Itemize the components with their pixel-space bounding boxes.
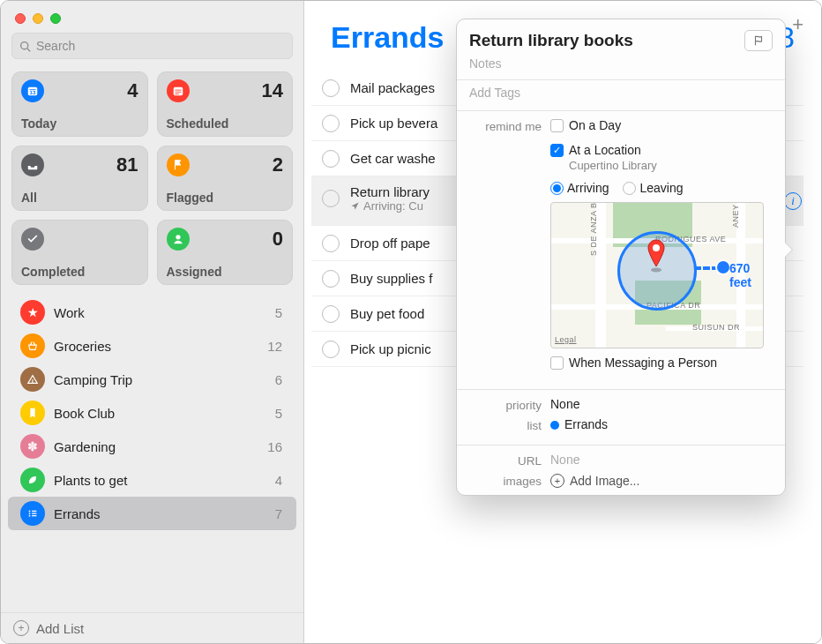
list-name: Camping Trip [54, 372, 266, 387]
smart-count: 14 [262, 79, 283, 102]
sidebar-list-camping[interactable]: Camping Trip 6 [8, 363, 296, 396]
search-icon [19, 41, 31, 52]
add-list-label: Add List [36, 621, 84, 636]
close-window[interactable] [15, 13, 26, 24]
star-icon: ★ [20, 300, 45, 325]
smart-completed[interactable]: Completed [11, 220, 148, 285]
minimize-window[interactable] [33, 13, 43, 24]
complete-radio[interactable] [322, 235, 340, 252]
bookmark-icon [20, 401, 45, 425]
basket-icon [20, 333, 45, 358]
popover-tail [784, 242, 792, 258]
when-messaging-checkbox[interactable]: When Messaging a Person [550, 356, 773, 370]
smart-label: Flagged [167, 191, 284, 205]
svg-point-10 [176, 235, 180, 239]
smart-all[interactable]: 81 All [11, 146, 148, 211]
list-name: Gardening [54, 439, 258, 454]
list-count: 5 [275, 406, 282, 421]
info-button[interactable]: i [784, 192, 802, 210]
smart-list-grid: 13 4 Today 14 Scheduled 81 All [1, 66, 303, 285]
tray-icon [21, 154, 44, 176]
geofence-distance: 670 feet [729, 261, 763, 289]
svg-text:13: 13 [30, 89, 36, 95]
map-pin-icon [645, 238, 668, 276]
list-name: Book Club [54, 406, 266, 421]
leaving-radio[interactable]: Leaving [623, 181, 683, 195]
zoom-window[interactable] [50, 13, 61, 24]
complete-radio[interactable] [322, 305, 340, 323]
search-container: Search [1, 33, 303, 66]
sidebar-list-work[interactable]: ★ Work 5 [8, 296, 296, 329]
smart-count: 4 [127, 79, 138, 102]
tent-icon [20, 367, 45, 392]
svg-point-0 [21, 41, 28, 49]
svg-point-17 [651, 268, 661, 273]
complete-radio[interactable] [322, 150, 340, 168]
images-label: images [469, 473, 542, 488]
smart-scheduled[interactable]: 14 Scheduled [157, 71, 294, 137]
flag-icon [752, 34, 765, 47]
smart-assigned[interactable]: 0 Assigned [157, 220, 294, 285]
smart-count: 0 [273, 228, 283, 251]
list-count: 4 [275, 473, 282, 488]
plus-icon: + [550, 474, 564, 488]
complete-radio[interactable] [322, 115, 340, 132]
priority-value[interactable]: None [550, 397, 773, 411]
add-reminder-button[interactable]: + [792, 13, 803, 36]
location-arrow-icon [350, 201, 360, 211]
smart-label: Completed [21, 265, 138, 279]
search-input[interactable]: Search [11, 33, 293, 59]
leaf-icon [20, 468, 45, 492]
location-name: Cupertino Library [569, 159, 773, 172]
calendar-icon: 13 [21, 79, 44, 102]
smart-flagged[interactable]: 2 Flagged [157, 146, 294, 211]
svg-line-1 [27, 48, 30, 50]
list-count: 12 [267, 339, 282, 354]
app-window: Search 13 4 Today 14 Scheduled [0, 0, 822, 644]
reminder-detail-popover: Return library books Notes Add Tags remi… [456, 19, 786, 496]
add-image-button[interactable]: + Add Image... [550, 474, 639, 488]
smart-label: Today [21, 116, 138, 131]
smart-label: Scheduled [167, 116, 284, 131]
sidebar-list-errands[interactable]: Errands 7 [8, 497, 296, 530]
svg-point-12 [29, 513, 31, 514]
search-placeholder: Search [36, 39, 75, 53]
notes-field[interactable]: Notes [457, 56, 785, 74]
at-location-checkbox[interactable]: ✓At a Location [550, 143, 773, 157]
smart-today[interactable]: 13 4 Today [11, 71, 148, 137]
complete-radio[interactable] [322, 341, 340, 358]
priority-label: priority [469, 397, 542, 412]
flower-icon: ✽ [20, 434, 45, 459]
svg-point-11 [29, 511, 31, 513]
on-day-checkbox[interactable]: On a Day [550, 118, 773, 132]
list-name: Groceries [54, 339, 258, 354]
list-name: Plants to get [54, 473, 266, 488]
smart-count: 2 [273, 154, 283, 176]
person-icon [167, 228, 190, 251]
complete-radio[interactable] [322, 79, 340, 97]
arriving-radio[interactable]: Arriving [550, 181, 609, 195]
smart-count: 81 [116, 154, 138, 176]
popover-title[interactable]: Return library books [469, 31, 633, 50]
list-title: Errands [331, 20, 445, 55]
location-map[interactable]: S DE ANZA BLVD ANEY AVE RODRIGUES AVE PA… [550, 202, 764, 348]
list-name: Work [54, 305, 266, 320]
flag-button[interactable] [744, 30, 773, 51]
list-picker[interactable]: Errands [550, 417, 773, 431]
sidebar-list-bookclub[interactable]: Book Club 5 [8, 396, 296, 430]
list-count: 5 [275, 305, 282, 320]
add-list-button[interactable]: + Add List [1, 612, 303, 643]
sidebar-list-plants[interactable]: Plants to get 4 [8, 463, 296, 497]
check-icon [21, 228, 44, 251]
sidebar-list-gardening[interactable]: ✽ Gardening 16 [8, 430, 296, 463]
complete-radio[interactable] [322, 270, 340, 288]
complete-radio[interactable] [322, 190, 340, 207]
tags-field[interactable]: Add Tags [457, 80, 785, 105]
list-name: Errands [54, 506, 266, 521]
remind-label: remind me [469, 118, 542, 133]
list-collection: ★ Work 5 Groceries 12 Camping Trip 6 Boo… [1, 296, 303, 612]
url-field[interactable]: None [550, 453, 773, 467]
smart-label: Assigned [167, 265, 284, 279]
url-label: URL [469, 453, 542, 468]
sidebar-list-groceries[interactable]: Groceries 12 [8, 329, 296, 363]
